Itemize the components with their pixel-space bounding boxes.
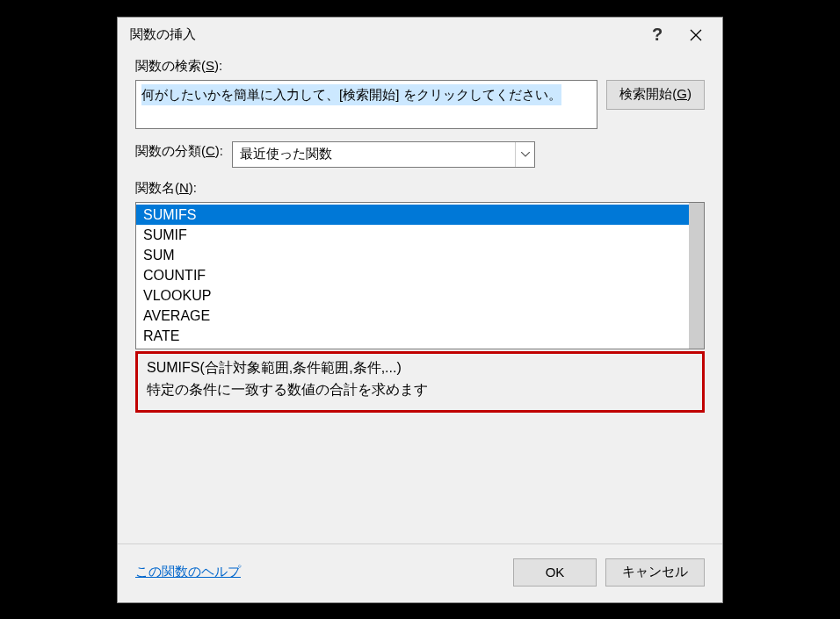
list-item[interactable]: SUMIF [136, 225, 689, 245]
insert-function-dialog: 関数の挿入 ? 関数の検索(S): 何がしたいかを簡単に入力して、[検索開始] … [117, 17, 723, 603]
function-description: SUMIFS(合計対象範囲,条件範囲,条件,...) 特定の条件に一致する数値の… [135, 351, 705, 413]
function-listbox[interactable]: SUMIFSSUMIFSUMCOUNTIFVLOOKUPAVERAGERATE [135, 202, 705, 349]
function-description-text: 特定の条件に一致する数値の合計を求めます [147, 381, 693, 399]
search-label: 関数の検索(S): [135, 58, 705, 75]
category-label: 関数の分類(C): [135, 143, 223, 160]
list-item[interactable]: SUMIFS [136, 205, 689, 225]
scrollbar-thumb[interactable] [689, 203, 704, 349]
dialog-title: 関数の挿入 [130, 26, 638, 43]
help-icon[interactable]: ? [638, 21, 677, 49]
function-list-items: SUMIFSSUMIFSUMCOUNTIFVLOOKUPAVERAGERATE [136, 203, 689, 349]
function-name-label: 関数名(N): [135, 180, 705, 197]
function-help-link[interactable]: この関数のヘルプ [135, 564, 241, 580]
search-row: 何がしたいかを簡単に入力して、[検索開始] をクリックしてください。 検索開始(… [135, 80, 705, 129]
category-row: 関数の分類(C): 最近使った関数 [135, 141, 705, 168]
chevron-down-icon [515, 142, 534, 167]
list-item[interactable]: SUM [136, 245, 689, 265]
list-item[interactable]: AVERAGE [136, 306, 689, 326]
list-item[interactable]: RATE [136, 326, 689, 346]
list-item[interactable]: COUNTIF [136, 265, 689, 285]
titlebar: 関数の挿入 ? [118, 18, 722, 53]
function-syntax: SUMIFS(合計対象範囲,条件範囲,条件,...) [147, 359, 693, 378]
search-input[interactable]: 何がしたいかを簡単に入力して、[検索開始] をクリックしてください。 [135, 80, 597, 129]
search-start-button[interactable]: 検索開始(G) [606, 80, 705, 110]
ok-button[interactable]: OK [513, 558, 597, 587]
scrollbar[interactable] [689, 203, 704, 349]
dialog-footer: この関数のヘルプ OK キャンセル [118, 543, 722, 602]
close-icon[interactable] [677, 21, 715, 49]
dialog-content: 関数の検索(S): 何がしたいかを簡単に入力して、[検索開始] をクリックしてく… [118, 53, 722, 543]
category-select[interactable]: 最近使った関数 [232, 141, 535, 168]
cancel-button[interactable]: キャンセル [605, 558, 705, 587]
list-item[interactable]: VLOOKUP [136, 285, 689, 306]
